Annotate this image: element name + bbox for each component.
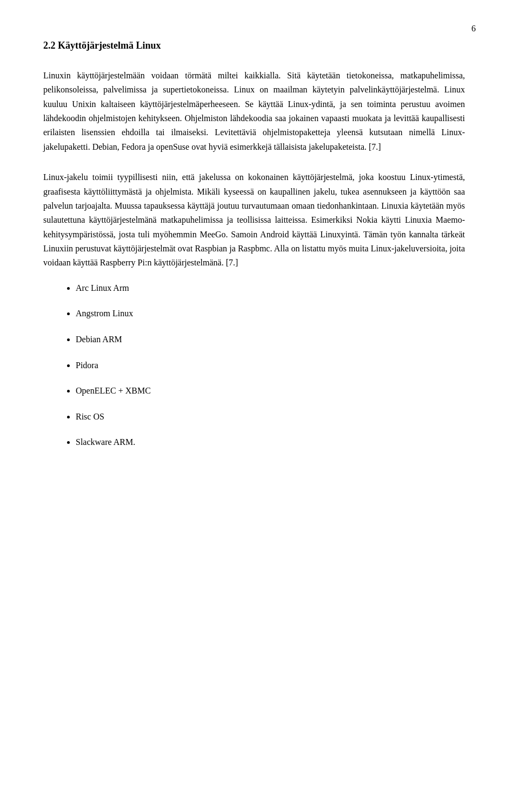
page: 6 2.2 Käyttöjärjestelmä Linux Linuxin kä…	[0, 0, 519, 812]
list-item: Risc OS	[76, 410, 465, 424]
bullet-list: Arc Linux ArmAngstrom LinuxDebian ARMPid…	[76, 281, 465, 449]
list-item: Angstrom Linux	[76, 307, 465, 321]
list-item: OpenELEC + XBMC	[76, 384, 465, 398]
page-number: 6	[471, 22, 476, 36]
list-item: Arc Linux Arm	[76, 281, 465, 295]
list-item: Debian ARM	[76, 332, 465, 347]
list-item: Pidora	[76, 358, 465, 372]
section-heading: 2.2 Käyttöjärjestelmä Linux	[43, 38, 465, 54]
list-item: Slackware ARM.	[76, 435, 465, 449]
paragraph-1: Linuxin käyttöjärjestelmään voidaan törm…	[43, 69, 465, 154]
paragraph-2: Linux-jakelu toimii tyypillisesti niin, …	[43, 170, 465, 270]
